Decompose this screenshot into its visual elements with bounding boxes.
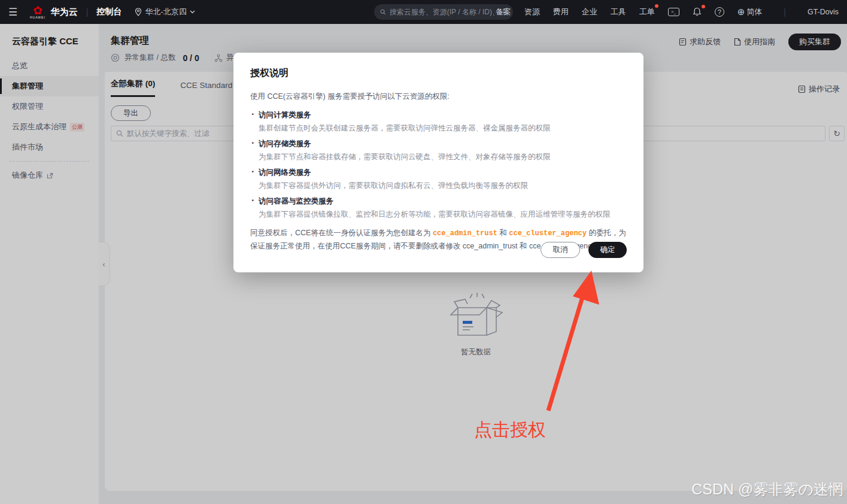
menu-resources[interactable]: 资源 xyxy=(524,7,540,17)
global-search-placeholder: 搜索云服务、资源(IP / 名称 / ID)、快捷操作... xyxy=(390,7,507,17)
cce-cluster-agency-link[interactable]: cce_cluster_agency xyxy=(509,229,587,238)
globe-icon: ⊕ xyxy=(737,7,745,17)
menu-enterprise[interactable]: 企业 xyxy=(582,7,597,17)
authorization-dialog: 授权说明 使用 CCE(云容器引擎) 服务需要授予访问以下云资源的权限: 访问计… xyxy=(233,53,643,272)
hamburger-menu-icon[interactable]: ☰ xyxy=(8,6,20,19)
csdn-watermark: CSDN @雾非雾の迷惘 xyxy=(691,479,843,499)
permission-item-storage: 访问存储类服务 为集群下节点和容器挂载存储，需要获取访问云硬盘、弹性文件、对象存… xyxy=(250,139,627,162)
notification-bell-icon[interactable] xyxy=(693,7,702,17)
location-pin-icon xyxy=(135,8,142,16)
dialog-intro: 使用 CCE(云容器引擎) 服务需要授予访问以下云资源的权限: xyxy=(250,92,627,102)
huawei-logo[interactable]: ✿ HUAWEI xyxy=(30,5,45,19)
menu-tickets[interactable]: 工单 xyxy=(639,7,655,17)
divider: | xyxy=(784,7,786,17)
console-link[interactable]: 控制台 xyxy=(96,7,122,17)
top-nav-bar: ☰ ✿ HUAWEI 华为云 | 控制台 华北-北京四 搜索云服务、资源(IP … xyxy=(0,0,847,24)
permission-item-monitoring: 访问容器与监控类服务 为集群下容器提供镜像拉取、监控和日志分析等功能，需要获取访… xyxy=(250,196,627,220)
permission-item-compute: 访问计算类服务 集群创建节点时会关联创建云服务器，需要获取访问弹性云服务器、裸金… xyxy=(250,110,627,133)
confirm-button[interactable]: 确定 xyxy=(588,242,627,258)
menu-billing[interactable]: 费用 xyxy=(553,7,569,17)
brand-name[interactable]: 华为云 xyxy=(51,7,78,18)
help-icon[interactable]: ? xyxy=(715,7,724,17)
menu-tools[interactable]: 工具 xyxy=(611,7,626,17)
topbar-menu: 备案 资源 费用 企业 工具 工单 >_ ? ⊕ 简体 | GT-Dovis xyxy=(496,0,847,24)
region-selector[interactable]: 华北-北京四 xyxy=(135,7,195,17)
account-name[interactable]: GT-Dovis xyxy=(807,8,839,16)
permission-list: 访问计算类服务 集群创建节点时会关联创建云服务器，需要获取访问弹性云服务器、裸金… xyxy=(250,110,627,220)
menu-beian[interactable]: 备案 xyxy=(496,7,511,17)
region-label: 华北-北京四 xyxy=(145,7,186,17)
global-search-input[interactable]: 搜索云服务、资源(IP / 名称 / ID)、快捷操作... xyxy=(374,4,513,20)
annotation-text: 点击授权 xyxy=(474,418,546,442)
dialog-title: 授权说明 xyxy=(250,67,627,80)
dialog-buttons: 取消 确定 xyxy=(541,242,627,258)
divider: | xyxy=(86,7,89,17)
chevron-down-icon xyxy=(190,10,195,14)
huawei-flower-icon: ✿ xyxy=(33,5,42,16)
cce-admin-trust-link[interactable]: cce_admin_trust xyxy=(433,229,497,238)
permission-item-network: 访问网络类服务 为集群下容器提供外访问，需要获取访问虚拟私有云、弹性负载均衡等服… xyxy=(250,168,627,191)
cloud-shell-icon[interactable]: >_ xyxy=(668,8,679,16)
search-icon xyxy=(380,8,386,16)
cancel-button[interactable]: 取消 xyxy=(541,242,580,258)
language-selector[interactable]: ⊕ 简体 xyxy=(737,7,763,17)
